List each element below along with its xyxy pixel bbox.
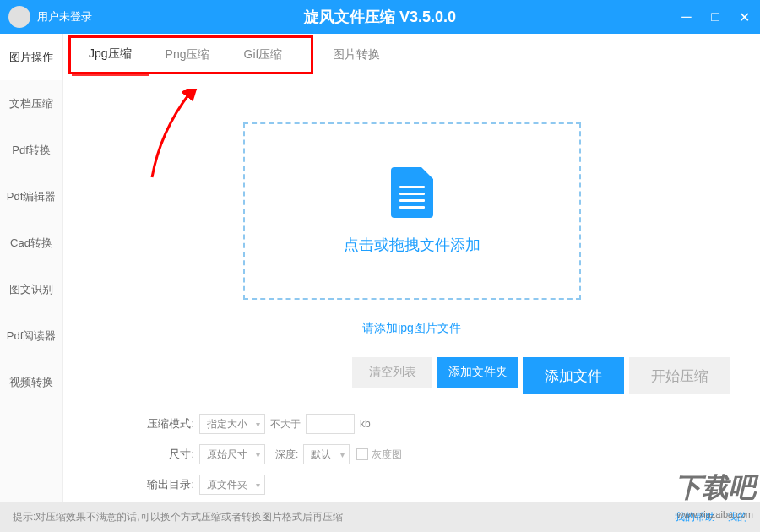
footer: 提示:对压缩效果不满意的话,可以换个方式压缩或者转换图片格式后再压缩 我的帮助 … — [0, 502, 760, 532]
settings-panel: 压缩模式: 指定大小 不大于 kb 尺寸: 原始尺寸 深度: 默认 灰度图 输出… — [63, 394, 760, 496]
sidebar-item-pdfedit[interactable]: Pdf编辑器 — [0, 173, 62, 220]
tab-gif[interactable]: Gif压缩 — [227, 34, 300, 76]
le-label: 不大于 — [270, 417, 301, 432]
add-folder-button[interactable]: 添加文件夹 — [437, 357, 518, 388]
content-area: Jpg压缩 Png压缩 Gif压缩 图片转换 点击或拖拽文件添加 请添加jpg图… — [63, 34, 760, 502]
annotation-arrow — [144, 89, 211, 182]
tab-png[interactable]: Png压缩 — [149, 34, 227, 76]
titlebar: 用户未登录 旋风文件压缩 V3.5.0.0 ─ □ ✕ — [0, 0, 760, 34]
sidebar: 图片操作 文档压缩 Pdf转换 Pdf编辑器 Cad转换 图文识别 Pdf阅读器… — [0, 34, 63, 502]
compress-mode-dropdown[interactable]: 指定大小 — [199, 414, 265, 434]
sidebar-item-doc[interactable]: 文档压缩 — [0, 80, 62, 127]
size-dropdown[interactable]: 原始尺寸 — [199, 444, 265, 464]
app-title: 旋风文件压缩 V3.5.0.0 — [304, 7, 456, 27]
sidebar-item-image[interactable]: 图片操作 — [0, 34, 62, 80]
sidebar-item-ocr[interactable]: 图文识别 — [0, 266, 62, 312]
help-text: 请添加jpg图片文件 — [63, 321, 760, 336]
sidebar-item-pdfreader[interactable]: Pdf阅读器 — [0, 312, 62, 359]
sidebar-item-pdfconvert[interactable]: Pdf转换 — [0, 127, 62, 173]
size-input[interactable] — [306, 414, 355, 434]
tab-convert[interactable]: 图片转换 — [316, 34, 397, 76]
depth-dropdown[interactable]: 默认 — [303, 444, 350, 464]
start-compress-button[interactable]: 开始压缩 — [629, 357, 730, 394]
dropzone-text: 点击或拖拽文件添加 — [344, 235, 480, 255]
grayscale-label: 灰度图 — [372, 448, 402, 462]
add-file-button[interactable]: 添加文件 — [523, 357, 624, 394]
watermark-logo: 下载吧 — [675, 470, 756, 507]
sidebar-item-video[interactable]: 视频转换 — [0, 359, 62, 405]
output-dir-dropdown[interactable]: 原文件夹 — [199, 475, 265, 495]
minimize-button[interactable]: ─ — [679, 9, 694, 24]
footer-tip: 提示:对压缩效果不满意的话,可以换个方式压缩或者转换图片格式后再压缩 — [13, 510, 343, 524]
tab-jpg[interactable]: Jpg压缩 — [72, 34, 149, 76]
action-row: 清空列表 添加文件夹 添加文件 开始压缩 — [63, 336, 760, 394]
close-button[interactable]: ✕ — [736, 9, 752, 24]
tabs: Jpg压缩 Png压缩 Gif压缩 图片转换 — [63, 34, 760, 76]
watermark-url: www.xiazaiba.com — [677, 509, 753, 519]
document-icon — [391, 167, 433, 218]
login-status[interactable]: 用户未登录 — [37, 9, 92, 24]
clear-list-button[interactable]: 清空列表 — [352, 357, 432, 388]
dropzone[interactable]: 点击或拖拽文件添加 — [243, 122, 581, 300]
size-label: 尺寸: — [139, 447, 194, 462]
grayscale-checkbox[interactable] — [356, 448, 368, 460]
window-controls: ─ □ ✕ — [679, 9, 752, 24]
maximize-button[interactable]: □ — [708, 9, 723, 24]
compress-mode-label: 压缩模式: — [139, 416, 194, 432]
sidebar-item-cad[interactable]: Cad转换 — [0, 220, 62, 266]
depth-label: 深度: — [275, 448, 298, 462]
avatar[interactable] — [8, 6, 30, 28]
output-dir-label: 输出目录: — [139, 477, 194, 492]
size-unit: kb — [360, 418, 371, 430]
